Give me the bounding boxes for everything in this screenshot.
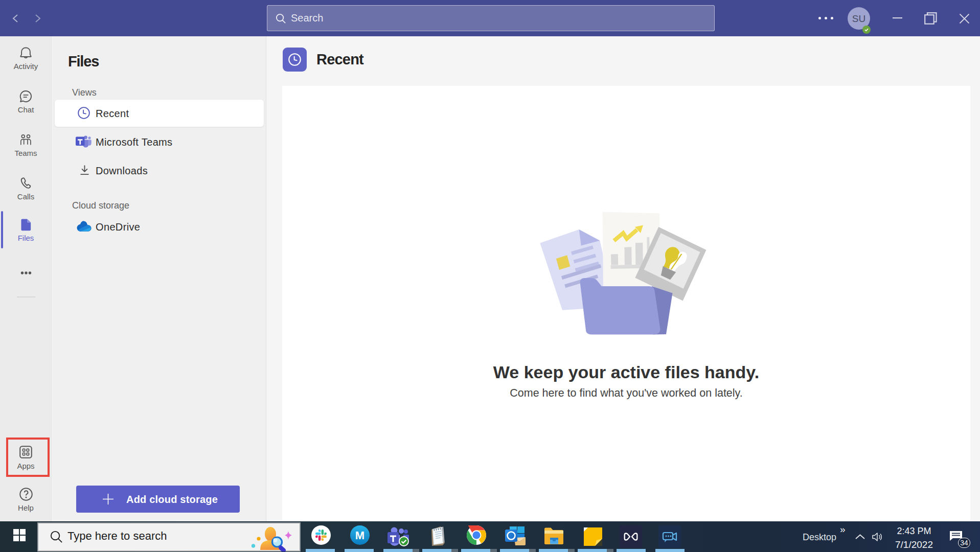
svg-text:M: M: [355, 529, 364, 542]
